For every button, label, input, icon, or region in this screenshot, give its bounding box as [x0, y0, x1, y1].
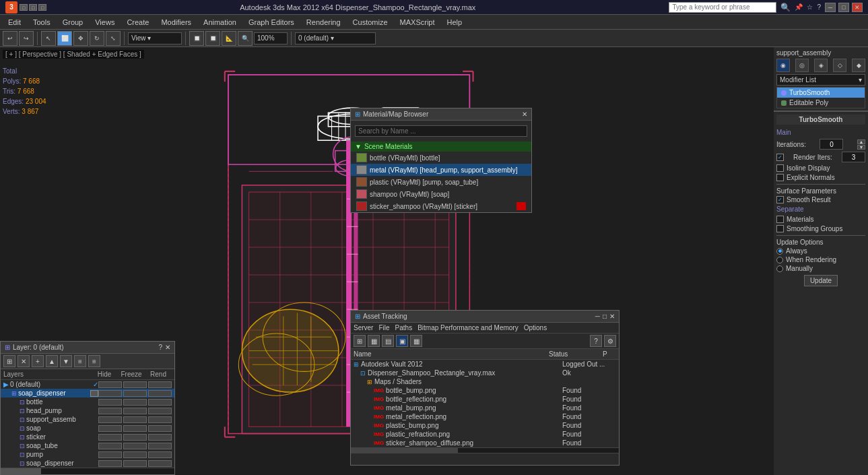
scene-materials-section[interactable]: ▼ Scene Materials — [351, 141, 531, 152]
layer-tool-up[interactable]: ▲ — [46, 355, 58, 367]
asset-tool-btn[interactable]: ▦ — [368, 335, 380, 347]
layer-tool-grid[interactable]: ⊞ — [3, 355, 15, 367]
always-radio[interactable] — [776, 248, 783, 255]
search-input[interactable] — [669, 2, 776, 13]
layer-panel-close[interactable]: ✕ — [165, 344, 170, 351]
list-item[interactable]: ⊡ support_assemb — [1, 415, 174, 424]
menu-edit[interactable]: Edit — [3, 17, 26, 28]
list-item[interactable]: ⊡ soap_dispenser — [1, 459, 174, 468]
toolbar-btn[interactable]: 🔍 — [238, 31, 253, 46]
list-item[interactable]: ⊞ soap_dispenser — [1, 389, 174, 398]
modifier-list-dropdown[interactable]: Modifier List ▾ — [776, 74, 865, 86]
layer-tool-add[interactable]: + — [32, 355, 44, 367]
toolbar-icon[interactable]: □ — [29, 4, 37, 11]
viewport[interactable]: [ + ] [ Perspective ] [ Shaded + Edged F… — [0, 47, 774, 475]
iterations-input[interactable] — [820, 139, 843, 150]
layer-panel-scrollbar[interactable] — [1, 468, 174, 474]
asset-scrollbar-thumb[interactable] — [351, 448, 458, 453]
smooth-result-checkbox[interactable]: ✓ — [776, 196, 784, 203]
rt-icon-btn[interactable]: ◎ — [795, 59, 809, 72]
list-item[interactable]: ⊡ soap_tube — [1, 441, 174, 450]
list-item[interactable]: IMG plastic_bump.png Found — [351, 421, 619, 430]
layer-tool-menu2[interactable]: ≡ — [88, 355, 100, 367]
reference-dropdown[interactable]: View ▾ — [128, 32, 182, 44]
explicit-normals-checkbox[interactable] — [776, 174, 784, 181]
rt-icon-btn[interactable]: ◉ — [776, 59, 790, 72]
help-icon[interactable]: ? — [817, 3, 821, 11]
asset-tool-btn[interactable]: ⊞ — [354, 335, 366, 347]
material-item[interactable]: sticker_shampoo (VRayMtl) [sticker] — [351, 200, 531, 212]
menu-help[interactable]: Help — [442, 17, 468, 28]
menu-rendering[interactable]: Rendering — [301, 17, 346, 28]
layer-tool-menu1[interactable]: ≡ — [74, 355, 86, 367]
when-rendering-radio[interactable] — [776, 257, 783, 263]
asset-menu-server[interactable]: Server — [354, 324, 373, 331]
search-icon[interactable]: 🔍 — [780, 3, 791, 12]
rt-icon-btn[interactable]: ◆ — [852, 59, 865, 72]
list-item[interactable]: IMG plastic_refraction.png Found — [351, 430, 619, 439]
materials-checkbox[interactable] — [776, 216, 784, 223]
layer-dropdown[interactable]: 0 (default) ▾ — [295, 32, 376, 44]
toolbar-icon[interactable]: □ — [38, 4, 46, 11]
layer-tool-down[interactable]: ▼ — [60, 355, 72, 367]
iterations-spinner[interactable]: ▲ ▼ — [857, 139, 865, 150]
isoline-checkbox[interactable] — [776, 164, 784, 172]
list-item[interactable]: ⊡ pump — [1, 450, 174, 459]
star-icon[interactable]: ☆ — [807, 3, 813, 11]
list-item[interactable]: IMG metal_bump.png Found — [351, 404, 619, 412]
menu-customize[interactable]: Customize — [347, 17, 393, 28]
close-button[interactable]: ✕ — [852, 3, 863, 12]
layer-panel-help[interactable]: ? — [158, 344, 162, 351]
list-item[interactable]: ⊞ Maps / Shaders — [351, 377, 619, 386]
toolbar-btn[interactable]: 🔲 — [205, 31, 220, 46]
menu-create[interactable]: Create — [121, 17, 154, 28]
list-item[interactable]: IMG bottle_bump.png Found — [351, 386, 619, 395]
list-item[interactable]: ⊡ head_pump — [1, 406, 174, 415]
menu-graph-editors[interactable]: Graph Editors — [243, 17, 300, 28]
mat-browser-close[interactable]: ✕ — [522, 110, 527, 118]
asset-menu-paths[interactable]: Paths — [395, 324, 413, 331]
select-region-tool[interactable]: ⬜ — [57, 31, 72, 46]
toolbar-btn[interactable]: ↩ — [3, 31, 18, 46]
menu-modifiers[interactable]: Modifiers — [156, 17, 197, 28]
update-button[interactable]: Update — [804, 275, 838, 286]
modifier-item-editable-poly[interactable]: Editable Poly — [777, 98, 865, 108]
material-item[interactable]: shampoo (VRayMtl) [soap] — [351, 188, 531, 200]
asset-tool-btn[interactable]: ▦ — [410, 335, 422, 347]
render-iters-input[interactable] — [842, 152, 865, 162]
select-tool[interactable]: ↖ — [41, 31, 56, 46]
asset-minimize[interactable]: ─ — [595, 313, 600, 320]
list-item[interactable]: ⊡ bottle — [1, 398, 174, 406]
list-item[interactable]: ⊡ Dispenser_Shampoo_Rectangle_vray.max O… — [351, 369, 619, 377]
pin-icon[interactable]: 📌 — [795, 3, 803, 11]
asset-menu-options[interactable]: Options — [524, 324, 547, 331]
asset-menu-file[interactable]: File — [378, 324, 389, 331]
menu-animation[interactable]: Animation — [198, 17, 242, 28]
scale-tool[interactable]: ⤡ — [106, 31, 121, 46]
asset-close[interactable]: ✕ — [609, 313, 615, 320]
toolbar-btn[interactable]: 📐 — [222, 31, 236, 46]
list-item[interactable]: ⊞ Autodesk Vault 2012 Logged Out ... — [351, 360, 619, 369]
list-item[interactable]: ⊡ soap — [1, 424, 174, 433]
asset-maximize[interactable]: □ — [603, 313, 607, 320]
asset-tool-btn[interactable]: ▣ — [396, 335, 408, 347]
list-item[interactable]: IMG metal_reflection.png Found — [351, 412, 619, 421]
menu-maxscript[interactable]: MAXScript — [395, 17, 440, 28]
minimize-button[interactable]: ─ — [825, 3, 836, 12]
toolbar-icon[interactable]: □ — [20, 4, 28, 11]
zoom-input[interactable]: 100% — [254, 32, 288, 44]
asset-help-btn[interactable]: ? — [590, 335, 602, 347]
list-item[interactable]: ▶ 0 (default) ✓ — [1, 380, 174, 389]
toolbar-btn[interactable]: ↪ — [19, 31, 34, 46]
material-item[interactable]: plastic (VRayMtl) [pump, soap_tube] — [351, 176, 531, 188]
material-item[interactable]: metal (VRayMtl) [head_pump, support_asse… — [351, 164, 531, 176]
rotate-tool[interactable]: ↻ — [90, 31, 104, 46]
smoothing-groups-checkbox[interactable] — [776, 225, 784, 232]
list-item[interactable]: ⊡ sticker — [1, 433, 174, 441]
asset-tool-btn[interactable]: ▤ — [382, 335, 394, 347]
rt-icon-btn[interactable]: ◇ — [833, 59, 846, 72]
list-item[interactable]: IMG sticker_shampoo_diffuse.png Found — [351, 439, 619, 447]
modifier-item-turbosmooth[interactable]: TurboSmooth — [777, 88, 865, 98]
layer-tool-delete[interactable]: ✕ — [18, 355, 30, 367]
asset-menu-bitmap[interactable]: Bitmap Performance and Memory — [418, 324, 519, 331]
